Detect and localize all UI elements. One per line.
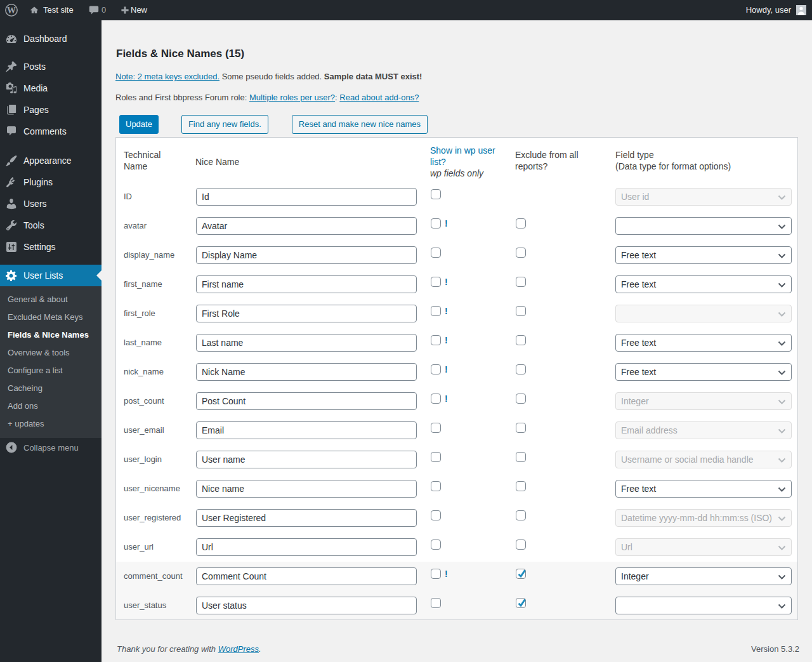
svg-text:W: W [7, 6, 16, 15]
